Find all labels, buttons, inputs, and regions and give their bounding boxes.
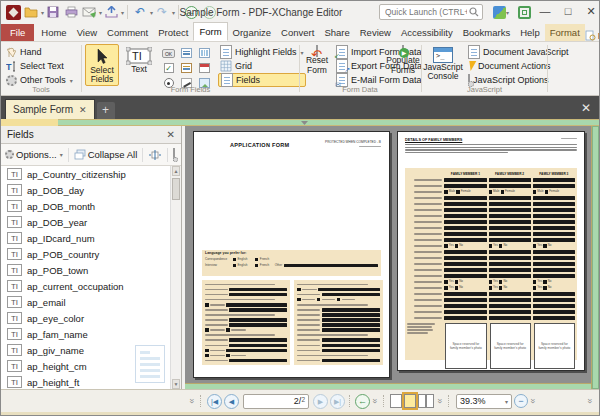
form-field[interactable] [444, 268, 486, 272]
text-field-button[interactable]: TI Text [122, 44, 156, 86]
form-field[interactable] [533, 208, 575, 212]
close-button[interactable]: ✕ [580, 1, 600, 21]
zoom-overflow-icon[interactable]: » [528, 396, 538, 406]
field-list-item[interactable]: TIap_POB_country [1, 246, 181, 262]
vertical-scrollbar[interactable] [591, 126, 599, 389]
form-field[interactable] [533, 250, 575, 254]
form-field[interactable] [489, 202, 531, 206]
document-actions-button[interactable]: Document Actions [466, 59, 571, 73]
checkbox[interactable] [455, 286, 459, 290]
form-field[interactable] [533, 316, 575, 320]
quick-launch-box[interactable] [379, 4, 483, 20]
form-field[interactable] [229, 344, 287, 348]
form-field[interactable] [489, 220, 531, 224]
form-field[interactable] [444, 310, 486, 314]
close-tab-icon[interactable]: ✕ [79, 105, 87, 115]
checkbox[interactable] [533, 286, 537, 290]
form-field[interactable] [489, 262, 531, 266]
form-field[interactable] [489, 274, 531, 278]
form-field[interactable] [533, 220, 575, 224]
customize-toolbar-icon[interactable] [491, 5, 507, 20]
checkbox[interactable] [545, 190, 549, 194]
form-field[interactable] [533, 238, 575, 242]
form-field[interactable] [322, 323, 380, 327]
form-field[interactable] [229, 288, 287, 292]
form-field[interactable] [533, 214, 575, 218]
close-panel-icon[interactable]: ✕ [167, 129, 175, 140]
form-field[interactable] [444, 202, 486, 206]
checkbox[interactable] [444, 190, 448, 194]
form-field[interactable] [444, 226, 486, 230]
form-field[interactable] [533, 262, 575, 266]
checkbox[interactable] [444, 280, 448, 284]
checkbox[interactable] [226, 328, 230, 332]
document-javascript-button[interactable]: Document JavaScript [466, 45, 571, 59]
select-fields-button[interactable]: Select Fields [85, 44, 119, 86]
form-field[interactable] [322, 308, 380, 312]
field-list-item[interactable]: TIap_Country_citizenship [1, 166, 181, 182]
form-field[interactable] [489, 250, 531, 254]
layout-overflow-icon[interactable]: » [435, 396, 445, 406]
ribbon-tab-accessibility[interactable]: Accessibility [396, 24, 458, 41]
checkbox[interactable] [543, 244, 547, 248]
ribbon-tab-help[interactable]: Help [515, 24, 545, 41]
checkbox[interactable] [499, 286, 503, 290]
form-field[interactable] [229, 293, 287, 297]
zoom-level-select[interactable]: 39.3%▾ [456, 394, 512, 409]
splitter-handle-icon[interactable] [301, 121, 308, 125]
collapse-all-button[interactable]: Collapse All [74, 149, 138, 160]
populate-forms-button[interactable]: ▶ Populate Forms [386, 44, 420, 86]
form-field[interactable] [489, 268, 531, 272]
form-field[interactable] [489, 208, 531, 212]
form-field[interactable] [489, 298, 531, 302]
previous-view-button[interactable]: ← [355, 394, 370, 409]
checkbox[interactable] [233, 264, 237, 268]
form-field[interactable] [444, 250, 486, 254]
checkbox[interactable] [455, 244, 459, 248]
form-field[interactable] [489, 256, 531, 260]
form-field[interactable] [489, 226, 531, 230]
form-field[interactable] [533, 202, 575, 206]
checkbox[interactable] [456, 190, 460, 194]
single-page-layout-icon[interactable] [390, 394, 402, 408]
field-list-item[interactable]: TIap_email [1, 294, 181, 310]
checkbox[interactable] [255, 264, 259, 268]
form-field[interactable] [229, 338, 287, 342]
checkbox[interactable] [533, 244, 537, 248]
two-page-layout-icon[interactable] [418, 394, 434, 408]
form-field[interactable] [226, 303, 287, 307]
form-field[interactable] [533, 292, 575, 296]
undo-icon[interactable]: ↶ [132, 5, 148, 20]
quick-launch-input[interactable] [383, 6, 469, 18]
form-field[interactable] [444, 178, 486, 182]
ribbon-tab-organize[interactable]: Organize [228, 24, 277, 41]
check-box-field-icon[interactable]: ✓ [160, 61, 177, 75]
form-field[interactable] [533, 298, 575, 302]
open-caret-icon[interactable]: ▾ [41, 9, 44, 16]
checkbox[interactable] [205, 303, 209, 307]
form-field[interactable] [489, 316, 531, 320]
form-field[interactable] [322, 313, 380, 317]
form-field[interactable] [444, 196, 486, 200]
form-field[interactable] [226, 349, 287, 353]
previous-page-button[interactable]: ◀ [224, 394, 239, 409]
checkbox[interactable] [489, 244, 493, 248]
fields-list-scrollbar[interactable]: ▲ ▼ [170, 166, 181, 389]
form-field[interactable] [444, 304, 486, 308]
ribbon-tab-comment[interactable]: Comment [102, 24, 153, 41]
form-field[interactable] [533, 232, 575, 236]
email-icon[interactable] [81, 5, 97, 20]
list-box-field-icon[interactable] [178, 46, 195, 60]
last-page-button[interactable]: ▶| [330, 394, 345, 409]
view-history-overflow-icon[interactable]: » [370, 396, 380, 406]
form-field[interactable] [229, 323, 287, 327]
checkbox[interactable] [297, 298, 301, 302]
form-field[interactable] [489, 232, 531, 236]
checkbox[interactable] [489, 190, 493, 194]
checkbox[interactable] [489, 286, 493, 290]
field-list-item[interactable]: TIap_DOB_year [1, 214, 181, 230]
field-list-item[interactable]: TIap_current_occupation [1, 278, 181, 294]
checkbox[interactable] [205, 349, 209, 353]
form-field[interactable] [444, 292, 486, 296]
form-field[interactable] [284, 264, 378, 268]
